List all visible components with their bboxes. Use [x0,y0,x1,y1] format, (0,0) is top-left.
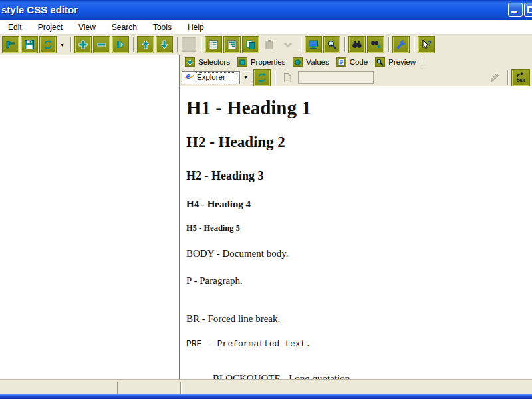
preview-line-p: P - Paragraph. [186,275,532,287]
browser-combo-value: Explorer [196,73,235,82]
minimize-icon [511,11,517,13]
refresh-icon [43,39,53,50]
help-arrow-icon: ? [421,39,432,50]
caret-bar-icon [115,39,126,50]
toolbar-separator [275,70,276,85]
menu-tools[interactable]: Tools [148,21,177,34]
menu-search[interactable]: Search [106,21,142,34]
menu-project[interactable]: Project [33,21,68,34]
browser-combo-arrow[interactable]: ▼ [240,71,251,84]
backup-label: bak [517,78,525,82]
minimize-button[interactable] [508,3,523,17]
app-window: style CSS editor EditProjectViewSearchTo… [0,0,532,399]
toolbar-separator [301,37,302,52]
tab-code[interactable]: Code [334,56,373,68]
menu-view[interactable]: View [73,21,101,34]
windows-taskbar[interactable] [0,394,532,399]
save-button[interactable] [21,37,37,53]
browser-combo[interactable]: e Explorer [182,71,240,84]
save-icon [24,39,35,50]
preview-button[interactable] [305,37,321,53]
code-doc-icon [336,57,346,67]
add-button[interactable] [75,37,91,53]
internet-explorer-icon: e [184,71,194,84]
new-page-button [279,70,295,86]
tab-divider [422,56,422,68]
copy-button[interactable] [243,37,259,53]
minus-icon [96,39,107,50]
svg-text:?: ? [428,40,432,47]
zoom-button[interactable] [324,37,340,53]
toolbar-separator [70,37,72,52]
statusbar-panel [182,380,532,394]
toolbar-separator [133,37,134,52]
arrow-down-icon [159,39,170,50]
preview-line-h2: H2 - Heading 2 [186,134,532,151]
find-next-icon [370,39,381,50]
tab-label: Selectors [198,58,230,66]
tab-preview[interactable]: Preview [372,56,420,68]
edit-page-button [487,70,503,86]
backup-button[interactable]: bak [512,70,529,86]
remove-button[interactable] [94,37,110,53]
disabled-button [182,37,196,52]
preview-line-h3: H2 - Heading 3 [186,169,532,183]
tab-selectors[interactable]: Selectors [182,56,235,68]
preview-magnifier-icon [375,57,385,67]
refresh-button[interactable] [40,37,56,53]
main-toolbar: ▼? [0,35,532,55]
open-button[interactable] [3,37,19,53]
statusbar [0,379,532,394]
tab-properties[interactable]: Properties [235,56,290,68]
toolbar-separator [507,70,509,85]
preview-line-h1: H1 - Heading 1 [186,97,532,119]
selector-list-button[interactable] [205,37,221,53]
titlebar: style CSS editor [0,0,532,20]
window-title: style CSS editor [1,4,78,15]
diamond-icon [185,57,195,67]
context-help-button[interactable]: ? [418,37,434,53]
refresh-icon [257,72,267,83]
menu-edit[interactable]: Edit [3,21,27,34]
menubar: EditProjectViewSearchToolsHelp [0,20,532,35]
toolbar-separator [177,37,178,52]
preview-line-blockquote: BLOCKQUOTE - Long quotation. [213,373,532,379]
maximize-button[interactable] [524,3,532,17]
arrow-up-icon [140,39,151,50]
main-area: SelectorsPropertiesValuesCodePreview e E… [0,55,532,379]
open-folder-icon [5,39,16,50]
move-down-button[interactable] [156,37,172,53]
preview-pane: H1 - Heading 1H2 - Heading 2H2 - Heading… [180,86,532,379]
selector-list-pane[interactable] [0,55,180,379]
binoculars-icon [352,39,362,50]
menu-help[interactable]: Help [182,21,209,34]
toolbar-separator [201,37,202,52]
new-page-icon [282,72,293,83]
browser-refresh-button[interactable] [254,70,270,86]
cascade-view-button[interactable] [224,37,240,53]
magnifier-icon [327,39,337,50]
chevron-down-icon [283,39,293,50]
preview-browser-bar: e Explorer ▼ bak [180,69,532,86]
tab-bar: SelectorsPropertiesValuesCodePreview [180,55,532,69]
paste-button [261,37,277,53]
tab-values[interactable]: Values [290,56,333,68]
refresh-button-dropdown-arrow[interactable]: ▼ [59,37,66,53]
find-button[interactable] [349,37,365,53]
move-up-button[interactable] [138,37,154,53]
window-controls [508,3,532,17]
list-icon [208,39,219,50]
find-next-button[interactable] [368,37,384,53]
preview-line-h5: H5 - Heading 5 [186,223,532,233]
statusbar-panel [0,380,117,394]
insert-button[interactable] [112,37,128,53]
options-button[interactable] [393,37,409,53]
tab-label: Properties [251,58,285,66]
preview-line-pre: PRE - Preformatted text. [186,339,532,349]
wrench-icon [396,39,406,50]
circle-icon [293,57,303,67]
toolbar-separator [344,37,346,52]
monitor-icon [308,39,319,50]
plus-icon [78,39,88,50]
preview-line-h4: H4 - Heading 4 [186,199,532,210]
